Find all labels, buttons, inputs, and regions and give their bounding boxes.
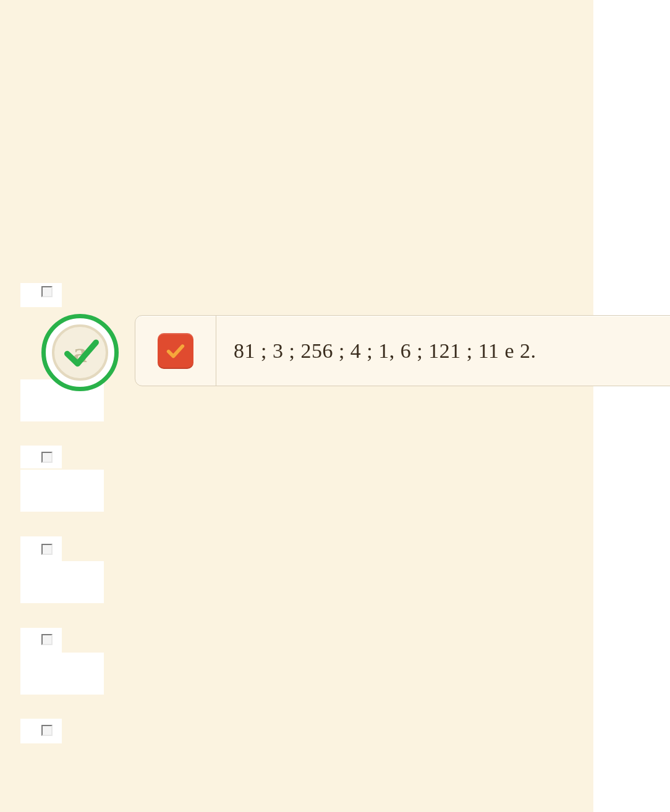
answer-flag-cell xyxy=(135,316,216,386)
list-item-bg xyxy=(20,470,104,512)
item-checkbox[interactable] xyxy=(41,725,53,736)
option-letter: a xyxy=(73,336,87,369)
check-icon xyxy=(165,340,186,362)
item-checkbox[interactable] xyxy=(41,634,53,645)
list-item-bg xyxy=(20,653,104,695)
answer-flag-button[interactable] xyxy=(158,333,193,369)
item-checkbox[interactable] xyxy=(41,452,53,463)
item-checkbox[interactable] xyxy=(41,544,53,555)
answer-card: 81 ; 3 ; 256 ; 4 ; 1, 6 ; 121 ; 11 e 2. xyxy=(135,315,670,386)
correct-option-badge: a xyxy=(41,314,119,391)
answer-text: 81 ; 3 ; 256 ; 4 ; 1, 6 ; 121 ; 11 e 2. xyxy=(216,316,670,386)
item-checkbox[interactable] xyxy=(41,286,53,297)
list-item-bg xyxy=(20,561,104,603)
badge-inner: a xyxy=(52,324,108,381)
